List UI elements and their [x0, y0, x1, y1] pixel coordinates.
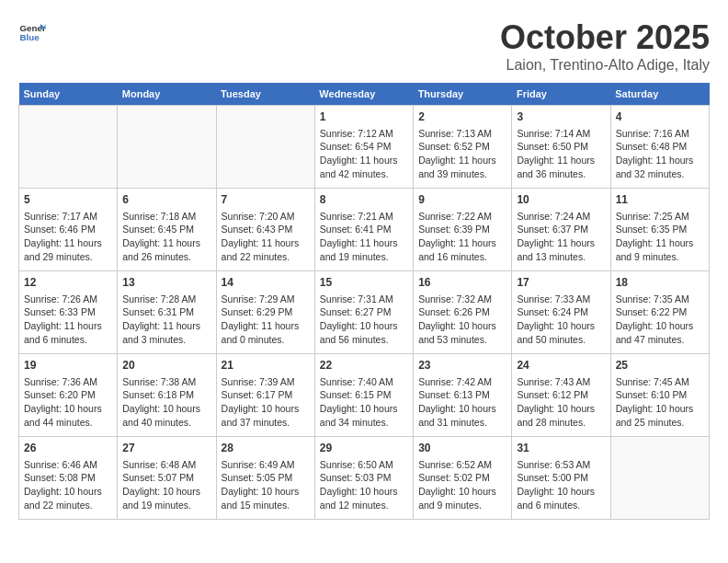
day-content: Daylight: 11 hours and 9 minutes.: [616, 236, 704, 263]
day-number: 13: [122, 275, 210, 291]
day-content: Sunset: 6:31 PM: [122, 305, 210, 319]
calendar-cell: 19Sunrise: 7:36 AMSunset: 6:20 PMDayligh…: [19, 354, 118, 437]
day-content: Daylight: 11 hours and 39 minutes.: [418, 154, 506, 180]
day-content: Sunrise: 7:31 AM: [320, 293, 408, 306]
calendar-cell: [610, 437, 709, 520]
day-content: Sunset: 5:07 PM: [122, 471, 210, 485]
day-content: Sunset: 6:54 PM: [320, 140, 408, 154]
day-content: Sunrise: 6:49 AM: [222, 458, 310, 472]
day-content: Sunset: 6:37 PM: [517, 223, 605, 236]
day-content: Daylight: 11 hours and 42 minutes.: [320, 154, 408, 180]
calendar-cell: 2Sunrise: 7:13 AMSunset: 6:52 PMDaylight…: [414, 106, 512, 189]
day-number: 8: [320, 192, 408, 208]
day-content: Sunset: 6:35 PM: [616, 223, 704, 236]
day-content: Sunrise: 7:13 AM: [418, 127, 506, 141]
day-content: Sunrise: 7:18 AM: [122, 210, 210, 224]
day-number: 10: [517, 192, 605, 208]
day-content: Daylight: 11 hours and 36 minutes.: [517, 154, 605, 180]
day-content: Sunset: 6:27 PM: [320, 305, 408, 319]
calendar-cell: 22Sunrise: 7:40 AMSunset: 6:15 PMDayligh…: [314, 354, 413, 437]
day-content: Sunset: 5:08 PM: [24, 471, 112, 485]
day-number: 24: [517, 358, 605, 373]
day-content: Daylight: 10 hours and 56 minutes.: [320, 319, 408, 346]
day-content: Sunset: 6:41 PM: [320, 223, 408, 236]
calendar-cell: 12Sunrise: 7:26 AMSunset: 6:33 PMDayligh…: [19, 271, 118, 354]
calendar-cell: [19, 106, 118, 189]
day-content: Daylight: 10 hours and 15 minutes.: [222, 485, 310, 511]
day-content: Sunset: 6:48 PM: [616, 140, 704, 154]
day-content: Daylight: 10 hours and 19 minutes.: [122, 485, 210, 511]
day-content: Sunrise: 7:16 AM: [616, 127, 704, 141]
day-content: Daylight: 10 hours and 28 minutes.: [517, 402, 605, 429]
day-content: Sunrise: 7:36 AM: [24, 375, 112, 389]
day-content: Daylight: 10 hours and 53 minutes.: [418, 319, 506, 346]
day-content: Sunrise: 7:12 AM: [320, 127, 408, 141]
day-content: Sunrise: 7:40 AM: [320, 375, 408, 389]
day-content: Sunrise: 7:39 AM: [222, 375, 310, 389]
day-header-thursday: Thursday: [414, 83, 512, 106]
day-content: Sunrise: 7:35 AM: [616, 293, 704, 306]
day-number: 23: [418, 358, 506, 373]
day-number: 27: [122, 441, 210, 456]
day-content: Sunrise: 7:17 AM: [24, 210, 112, 224]
day-content: Sunrise: 7:38 AM: [122, 375, 210, 389]
day-number: 4: [616, 109, 704, 125]
day-number: 2: [418, 109, 506, 125]
calendar-cell: 15Sunrise: 7:31 AMSunset: 6:27 PMDayligh…: [314, 271, 413, 354]
day-content: Daylight: 10 hours and 9 minutes.: [418, 485, 506, 511]
day-number: 17: [517, 275, 605, 291]
title-section: October 2025 Laion, Trentino-Alto Adige,…: [500, 18, 710, 74]
day-number: 1: [320, 109, 408, 125]
calendar-cell: 6Sunrise: 7:18 AMSunset: 6:45 PMDaylight…: [118, 189, 216, 271]
day-content: Sunrise: 6:46 AM: [24, 458, 112, 472]
calendar-cell: 25Sunrise: 7:45 AMSunset: 6:10 PMDayligh…: [610, 354, 709, 437]
day-header-friday: Friday: [512, 83, 610, 106]
day-content: Sunset: 6:43 PM: [222, 223, 310, 236]
day-content: Sunset: 5:05 PM: [222, 471, 310, 485]
week-row-4: 19Sunrise: 7:36 AMSunset: 6:20 PMDayligh…: [19, 354, 710, 437]
calendar-cell: 31Sunrise: 6:53 AMSunset: 5:00 PMDayligh…: [512, 437, 610, 520]
day-content: Sunrise: 7:43 AM: [517, 375, 605, 389]
calendar-cell: 21Sunrise: 7:39 AMSunset: 6:17 PMDayligh…: [216, 354, 314, 437]
day-content: Daylight: 10 hours and 31 minutes.: [418, 402, 506, 429]
day-content: Sunrise: 6:53 AM: [517, 458, 605, 472]
day-header-row: SundayMondayTuesdayWednesdayThursdayFrid…: [19, 83, 710, 106]
calendar-cell: 14Sunrise: 7:29 AMSunset: 6:29 PMDayligh…: [216, 271, 314, 354]
day-number: 22: [320, 358, 408, 373]
day-number: 21: [222, 358, 310, 373]
day-content: Sunset: 6:45 PM: [122, 223, 210, 236]
day-number: 7: [222, 192, 310, 208]
calendar-cell: 23Sunrise: 7:42 AMSunset: 6:13 PMDayligh…: [414, 354, 512, 437]
day-content: Sunset: 6:10 PM: [616, 388, 704, 402]
day-number: 28: [222, 441, 310, 456]
day-number: 18: [616, 275, 704, 291]
calendar-cell: 7Sunrise: 7:20 AMSunset: 6:43 PMDaylight…: [216, 189, 314, 271]
calendar-cell: 17Sunrise: 7:33 AMSunset: 6:24 PMDayligh…: [512, 271, 610, 354]
day-number: 11: [616, 192, 704, 208]
day-content: Daylight: 10 hours and 37 minutes.: [222, 402, 310, 429]
calendar-cell: 24Sunrise: 7:43 AMSunset: 6:12 PMDayligh…: [512, 354, 610, 437]
day-content: Daylight: 11 hours and 29 minutes.: [24, 236, 112, 263]
day-content: Sunset: 6:15 PM: [320, 388, 408, 402]
day-content: Sunset: 5:03 PM: [320, 471, 408, 485]
day-content: Sunset: 5:02 PM: [418, 471, 506, 485]
week-row-2: 5Sunrise: 7:17 AMSunset: 6:46 PMDaylight…: [19, 189, 710, 271]
day-number: 30: [418, 441, 506, 456]
calendar-cell: 26Sunrise: 6:46 AMSunset: 5:08 PMDayligh…: [19, 437, 118, 520]
location-subtitle: Laion, Trentino-Alto Adige, Italy: [500, 57, 710, 74]
day-content: Sunrise: 7:22 AM: [418, 210, 506, 224]
day-content: Sunset: 5:00 PM: [517, 471, 605, 485]
day-content: Daylight: 11 hours and 16 minutes.: [418, 236, 506, 263]
calendar-cell: 9Sunrise: 7:22 AMSunset: 6:39 PMDaylight…: [414, 189, 512, 271]
day-number: 5: [24, 192, 112, 208]
month-title: October 2025: [500, 18, 710, 57]
day-content: Daylight: 10 hours and 44 minutes.: [24, 402, 112, 429]
calendar-cell: 18Sunrise: 7:35 AMSunset: 6:22 PMDayligh…: [610, 271, 709, 354]
day-content: Sunrise: 6:48 AM: [122, 458, 210, 472]
day-number: 29: [320, 441, 408, 456]
day-content: Sunrise: 7:24 AM: [517, 210, 605, 224]
week-row-1: 1Sunrise: 7:12 AMSunset: 6:54 PMDaylight…: [19, 106, 710, 189]
day-content: Daylight: 10 hours and 50 minutes.: [517, 319, 605, 346]
logo-icon: General Blue: [18, 18, 46, 46]
day-content: Sunset: 6:50 PM: [517, 140, 605, 154]
